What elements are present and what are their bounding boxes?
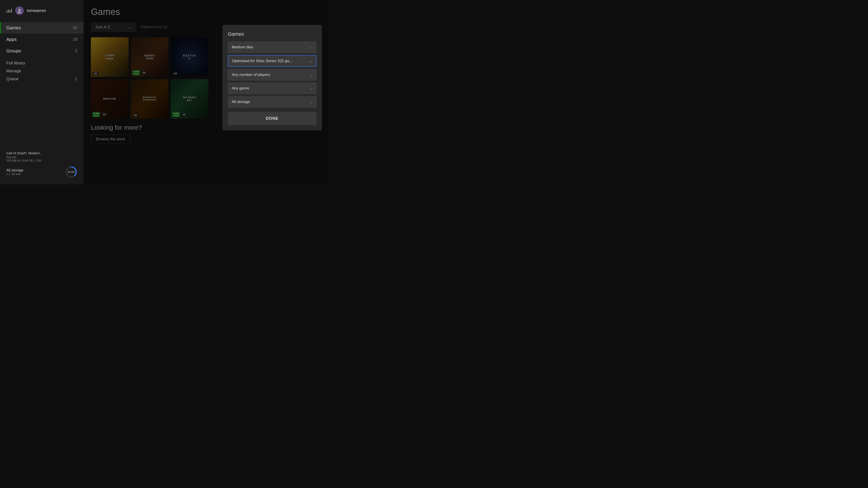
chevron-down-icon: ⌄ (310, 73, 313, 76)
filter-option-tiles[interactable]: Medium tiles ⌄ (228, 41, 316, 53)
sidebar-manage-section: Manage (0, 67, 84, 75)
filter-panel: Games Medium tiles ⌄ Optimised for Xbox … (222, 25, 322, 130)
sidebar-footer: Call of Duty®: Modern... Paused 205 MB o… (0, 147, 84, 178)
filter-panel-title: Games (228, 31, 316, 37)
sidebar-queue-section: Queue 1 (0, 75, 84, 83)
chevron-down-icon: ⌄ (310, 87, 313, 90)
storage-section: All storage 1.1 TB free 36.8% (6, 166, 77, 178)
sidebar-logo (6, 8, 12, 13)
chevron-down-icon: ⌄ (310, 100, 313, 104)
svg-point-0 (18, 9, 21, 11)
sidebar-full-library-section: Full library (0, 57, 84, 67)
full-library-link[interactable]: Full library (6, 61, 25, 65)
sidebar: tomwarren Games 10 Apps 18 Groups 2 Full… (0, 0, 84, 184)
filter-option-optimised[interactable]: Optimised for Xbox Series X|S ga... ⌄ (228, 55, 316, 67)
manage-link[interactable]: Manage (6, 69, 21, 73)
avatar (15, 6, 24, 15)
chevron-down-icon: ⌄ (310, 45, 313, 49)
sidebar-header: tomwarren (0, 6, 84, 22)
username: tomwarren (27, 8, 46, 13)
storage-info: All storage 1.1 TB free (6, 168, 24, 176)
queue-link[interactable]: Queue (6, 76, 19, 81)
sidebar-nav: Games 10 Apps 18 Groups 2 Full library M… (0, 22, 84, 147)
filter-option-genre[interactable]: Any genre ⌄ (228, 83, 316, 94)
done-button[interactable]: DONE (228, 112, 316, 125)
chevron-down-icon: ⌄ (310, 59, 312, 63)
library-icon (6, 8, 12, 13)
sidebar-item-games[interactable]: Games 10 (0, 22, 84, 34)
filter-option-players[interactable]: Any number of players ⌄ (228, 69, 316, 80)
sidebar-item-groups[interactable]: Groups 2 (0, 45, 84, 57)
sidebar-item-apps[interactable]: Apps 18 (0, 34, 84, 45)
filter-option-storage[interactable]: All storage ⌄ (228, 96, 316, 107)
storage-chart: 36.8% (65, 166, 77, 178)
download-item: Call of Duty®: Modern... Paused 205 MB o… (6, 151, 77, 162)
svg-point-1 (18, 11, 21, 13)
